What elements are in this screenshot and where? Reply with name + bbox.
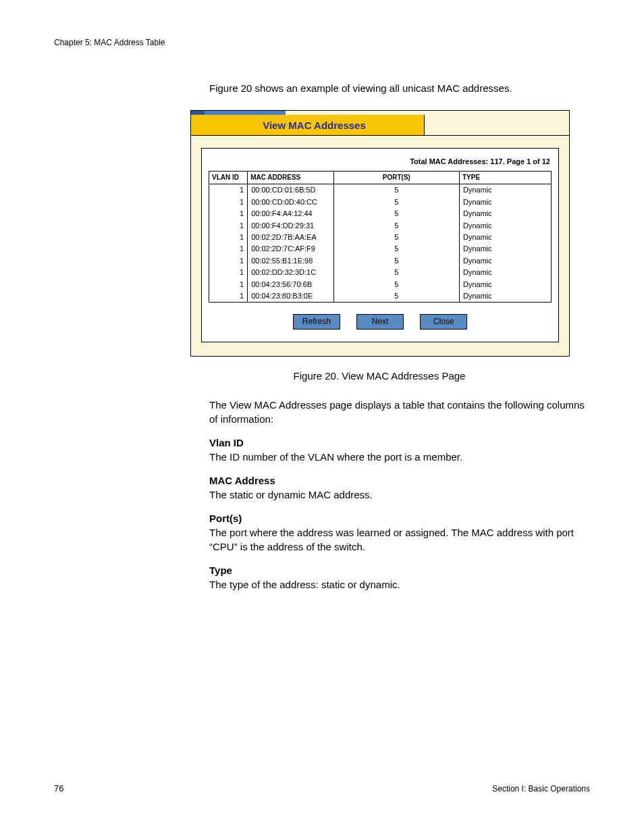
definition-text: The type of the address: static or dynam…: [209, 577, 590, 592]
cell-type: Dynamic: [459, 243, 551, 255]
table-row: 100:04:23:80:B3:0E5Dynamic: [209, 290, 552, 303]
page-number: 76: [54, 783, 63, 793]
cell-mac: 00:02:55:B1:1E:98: [248, 255, 334, 267]
mac-addresses-panel: View MAC Addresses Total MAC Addresses: …: [190, 110, 570, 357]
lead-paragraph: The View MAC Addresses page displays a t…: [209, 398, 590, 426]
cell-port: 5: [333, 220, 459, 232]
cell-vlan: 1: [209, 267, 248, 278]
button-row: Refresh Next Close: [209, 313, 552, 330]
cell-type: Dynamic: [459, 232, 551, 243]
cell-vlan: 1: [209, 197, 248, 208]
cell-vlan: 1: [209, 232, 248, 243]
cell-type: Dynamic: [459, 267, 551, 278]
figure-caption: Figure 20. View MAC Addresses Page: [190, 369, 568, 383]
definition-term: Type: [209, 563, 590, 577]
table-row: 100:00:CD:01:6B:5D5Dynamic: [209, 184, 552, 197]
panel-inner: Total MAC Addresses: 117. Page 1 of 12 V…: [201, 148, 559, 342]
cell-vlan: 1: [209, 279, 248, 290]
table-row: 100:02:2D:7B:AA:EA5Dynamic: [209, 232, 552, 243]
table-row: 100:00:F4:A4:12:445Dynamic: [209, 208, 552, 219]
cell-mac: 00:02:2D:7C:AF:F9: [248, 243, 334, 255]
cell-mac: 00:04:23:80:B3:0E: [248, 290, 334, 303]
cell-vlan: 1: [209, 255, 248, 267]
mac-table: VLAN ID MAC ADDRESS PORT(S) TYPE 100:00:…: [209, 171, 552, 303]
table-row: 100:00:F4:DD:29:315Dynamic: [209, 220, 552, 232]
summary-line: Total MAC Addresses: 117. Page 1 of 12: [209, 154, 552, 171]
panel-title-row: View MAC Addresses: [191, 115, 569, 136]
cell-type: Dynamic: [459, 197, 551, 208]
cell-type: Dynamic: [459, 279, 551, 290]
definition-term: Vlan ID: [209, 436, 590, 450]
table-row: 100:02:DD:32:3D:1C5Dynamic: [209, 267, 552, 278]
cell-vlan: 1: [209, 184, 248, 197]
cell-port: 5: [333, 279, 459, 290]
definition-term: MAC Address: [209, 473, 590, 488]
col-header-type: TYPE: [459, 172, 551, 184]
intro-text: Figure 20 shows an example of viewing al…: [209, 81, 590, 95]
cell-type: Dynamic: [459, 220, 551, 232]
table-row: 100:02:55:B1:1E:985Dynamic: [209, 255, 552, 267]
col-header-port: PORT(S): [333, 172, 459, 184]
cell-type: Dynamic: [459, 255, 551, 267]
refresh-button[interactable]: Refresh: [293, 314, 340, 330]
close-button[interactable]: Close: [420, 314, 467, 330]
cell-port: 5: [333, 208, 459, 219]
cell-port: 5: [333, 243, 459, 255]
cell-port: 5: [333, 290, 459, 303]
cell-mac: 00:02:DD:32:3D:1C: [248, 267, 334, 278]
col-header-mac: MAC ADDRESS: [248, 172, 334, 184]
cell-vlan: 1: [209, 220, 248, 232]
cell-port: 5: [333, 255, 459, 267]
cell-type: Dynamic: [459, 184, 551, 197]
cell-vlan: 1: [209, 243, 248, 255]
cell-mac: 00:04:23:56:70:6B: [248, 279, 334, 290]
cell-vlan: 1: [209, 290, 248, 303]
cell-mac: 00:00:F4:DD:29:31: [248, 220, 334, 232]
cell-mac: 00:00:CD:01:6B:5D: [248, 184, 334, 197]
next-button[interactable]: Next: [356, 314, 404, 330]
cell-type: Dynamic: [459, 208, 551, 219]
panel-title: View MAC Addresses: [205, 115, 425, 135]
chapter-header: Chapter 5: MAC Address Table: [54, 38, 590, 47]
definition-text: The ID number of the VLAN where the port…: [209, 450, 590, 464]
cell-port: 5: [333, 267, 459, 278]
table-row: 100:00:CD:0D:40:CC5Dynamic: [209, 197, 552, 208]
cell-port: 5: [333, 197, 459, 208]
definition-term: Port(s): [209, 511, 590, 525]
cell-vlan: 1: [209, 208, 248, 219]
definition-text: The static or dynamic MAC address.: [209, 488, 590, 502]
table-row: 100:02:2D:7C:AF:F95Dynamic: [209, 243, 552, 255]
cell-type: Dynamic: [459, 290, 551, 303]
cell-mac: 00:02:2D:7B:AA:EA: [248, 232, 334, 243]
col-header-vlan: VLAN ID: [209, 172, 248, 184]
cell-mac: 00:00:F4:A4:12:44: [248, 208, 334, 219]
cell-port: 5: [333, 232, 459, 243]
table-row: 100:04:23:56:70:6B5Dynamic: [209, 279, 552, 290]
definition-text: The port where the address was learned o…: [209, 525, 590, 554]
cell-mac: 00:00:CD:0D:40:CC: [248, 197, 334, 208]
section-footer: Section I: Basic Operations: [492, 784, 590, 793]
cell-port: 5: [333, 184, 459, 197]
